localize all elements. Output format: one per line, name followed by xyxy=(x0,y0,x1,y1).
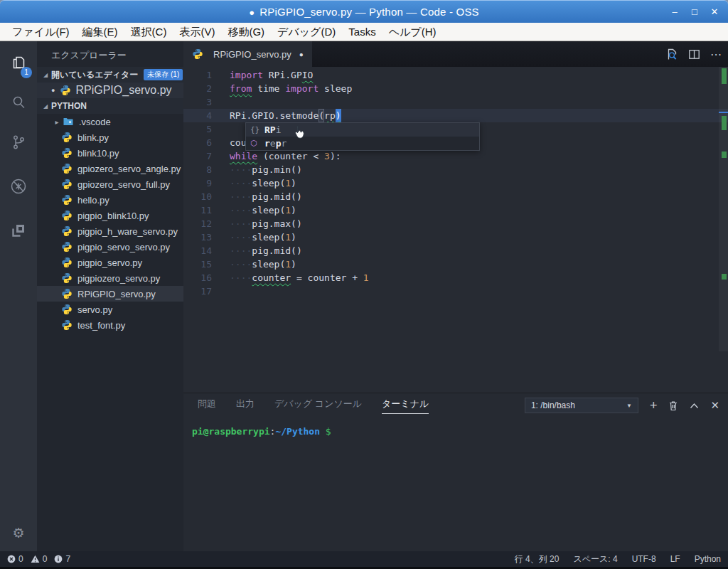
warning-count[interactable]: 0 xyxy=(43,554,48,564)
new-terminal-icon[interactable]: + xyxy=(650,398,658,413)
menu-item[interactable]: 表示(V) xyxy=(173,23,221,41)
file-item[interactable]: pigpio_servo_servo.py xyxy=(37,239,183,255)
explorer-icon[interactable]: 1 xyxy=(0,46,37,80)
file-item[interactable]: hello.py xyxy=(37,192,183,208)
language-mode[interactable]: Python xyxy=(695,554,721,564)
line-number: 15 xyxy=(183,257,212,271)
code-line[interactable]: 15····sleep(1) xyxy=(183,257,728,271)
menu-item[interactable]: ヘルプ(H) xyxy=(382,23,443,41)
file-item[interactable]: gpiozero_servo_full.py xyxy=(37,176,183,192)
close-button[interactable]: ✕ xyxy=(708,6,721,18)
code-line[interactable]: 14····pig.mid() xyxy=(183,244,728,257)
source-control-icon[interactable] xyxy=(0,125,37,159)
line-number: 13 xyxy=(183,230,212,244)
python-file-icon xyxy=(192,48,203,60)
scrollbar[interactable] xyxy=(719,67,728,351)
menu-item[interactable]: ファイル(F) xyxy=(6,23,76,41)
menu-item[interactable]: 編集(E) xyxy=(76,23,124,41)
file-item[interactable]: pigpio_servo.py xyxy=(37,255,183,270)
file-item[interactable]: pigpiozero_servo.py xyxy=(37,270,183,286)
code-line[interactable]: 9····sleep(1) xyxy=(183,176,728,190)
menu-item[interactable]: デバッグ(D) xyxy=(271,23,342,41)
line-number: 3 xyxy=(183,95,212,109)
file-item[interactable]: blink10.py xyxy=(37,145,183,161)
line-number: 16 xyxy=(183,271,212,284)
kill-terminal-trash-icon[interactable] xyxy=(668,400,678,411)
panel-tab[interactable]: 出力 xyxy=(236,398,255,413)
minimize-button[interactable]: – xyxy=(668,6,681,18)
workbench: 1 ⚙ エクスプローラー ◢ 開いているエディター 未保存 (1) xyxy=(0,41,728,551)
open-preview-icon[interactable] xyxy=(666,48,678,60)
cursor-position[interactable]: 行 4、列 20 xyxy=(515,553,560,565)
maximize-panel-icon[interactable] xyxy=(690,403,699,409)
python-file-icon xyxy=(61,272,73,284)
terminal[interactable]: pi@raspberrypi:~/Python $ xyxy=(183,418,728,437)
panel-tab-bar: 問題出力デバッグ コンソールターミナル1: /bin/bash▼+✕ xyxy=(183,393,728,418)
info-count[interactable]: 7 xyxy=(65,554,70,564)
code-line[interactable]: 12····pig.max() xyxy=(183,217,728,230)
folder-section-header[interactable]: ◢ PYTHON xyxy=(37,98,183,114)
file-item[interactable]: pigpio_h_ware_servo.py xyxy=(37,223,183,239)
file-name: pigpio_servo.py xyxy=(77,257,142,268)
errors-icon xyxy=(7,555,16,563)
close-panel-icon[interactable]: ✕ xyxy=(710,399,719,412)
panel-tab[interactable]: 問題 xyxy=(198,398,216,413)
python-file-icon xyxy=(61,225,73,237)
debug-disabled-icon[interactable] xyxy=(0,169,37,203)
terminal-select[interactable]: 1: /bin/bash▼ xyxy=(525,398,638,413)
editor-group: RPiGPIO_servo.py ● ⋯ 1import RPi.GPIO2fr… xyxy=(183,41,728,551)
search-icon[interactable] xyxy=(0,85,37,119)
menu-item[interactable]: Tasks xyxy=(342,23,382,41)
indentation[interactable]: スペース: 4 xyxy=(573,553,617,565)
python-file-icon xyxy=(61,179,73,190)
code-line[interactable]: 17 xyxy=(183,284,728,298)
maximize-button[interactable]: □ xyxy=(688,6,701,18)
settings-gear-icon[interactable]: ⚙ xyxy=(0,525,37,541)
explorer-sidebar: エクスプローラー ◢ 開いているエディター 未保存 (1) ● RPiGPIO_… xyxy=(37,41,183,551)
file-name: pigpiozero_servo.py xyxy=(77,273,160,284)
eol[interactable]: LF xyxy=(670,554,680,564)
file-item[interactable]: ▸.vscode xyxy=(37,114,183,129)
encoding[interactable]: UTF-8 xyxy=(632,554,656,564)
code-line[interactable]: 8····pig.min() xyxy=(183,163,728,176)
code-line[interactable]: 11····sleep(1) xyxy=(183,203,728,217)
code-line[interactable]: 7while (counter < 3): xyxy=(183,149,728,163)
open-editors-header[interactable]: ◢ 開いているエディター 未保存 (1) xyxy=(37,67,183,83)
editor-tab-bar: RPiGPIO_servo.py ● ⋯ xyxy=(183,41,728,67)
extensions-icon[interactable] xyxy=(0,213,37,248)
open-editor-item[interactable]: ● RPiGPIO_servo.py xyxy=(37,83,183,98)
file-item[interactable]: pigpio_blink10.py xyxy=(37,208,183,223)
error-count[interactable]: 0 xyxy=(18,554,23,564)
panel-tab[interactable]: デバッグ コンソール xyxy=(274,398,362,413)
python-file-icon xyxy=(61,241,73,252)
file-item[interactable]: RPiGPIO_servo.py xyxy=(37,286,183,302)
editor-tab[interactable]: RPiGPIO_servo.py ● xyxy=(183,41,312,67)
window-title: ●RPiGPIO_servo.py — Python — Code - OSS xyxy=(0,6,728,18)
split-editor-icon[interactable] xyxy=(688,48,700,60)
line-number: 11 xyxy=(183,203,212,217)
python-file-icon xyxy=(61,210,73,221)
code-editor[interactable]: 1import RPi.GPIO2from time import sleep3… xyxy=(183,67,728,393)
code-line[interactable]: 3 xyxy=(183,95,728,109)
line-number: 17 xyxy=(183,284,212,298)
suggest-item[interactable]: ⬡repr xyxy=(246,137,479,150)
menu-item[interactable]: 移動(G) xyxy=(221,23,271,41)
file-name: .vscode xyxy=(79,117,111,127)
file-item[interactable]: gpiozero_servo_angle.py xyxy=(37,161,183,176)
code-line[interactable]: 4RPi.GPIO.setmode(rp) xyxy=(183,109,728,122)
menu-item[interactable]: 選択(C) xyxy=(124,23,173,41)
line-number: 12 xyxy=(183,217,212,230)
panel-tab[interactable]: ターミナル xyxy=(382,398,429,414)
file-item[interactable]: test_font.py xyxy=(37,317,183,333)
code-line[interactable]: 10····pig.mid() xyxy=(183,190,728,203)
code-line[interactable]: 16····counter = counter + 1 xyxy=(183,271,728,284)
code-line[interactable]: 13····sleep(1) xyxy=(183,230,728,244)
file-item[interactable]: blink.py xyxy=(37,129,183,145)
code-line[interactable]: 2from time import sleep xyxy=(183,82,728,95)
more-actions-icon[interactable]: ⋯ xyxy=(710,48,722,61)
code-line[interactable]: 1import RPi.GPIO xyxy=(183,68,728,82)
file-item[interactable]: servo.py xyxy=(37,302,183,317)
suggest-item[interactable]: {}RPi xyxy=(246,123,479,137)
dropdown-arrow-icon: ▼ xyxy=(626,403,632,409)
bottom-panel: 問題出力デバッグ コンソールターミナル1: /bin/bash▼+✕ pi@ra… xyxy=(183,393,728,551)
